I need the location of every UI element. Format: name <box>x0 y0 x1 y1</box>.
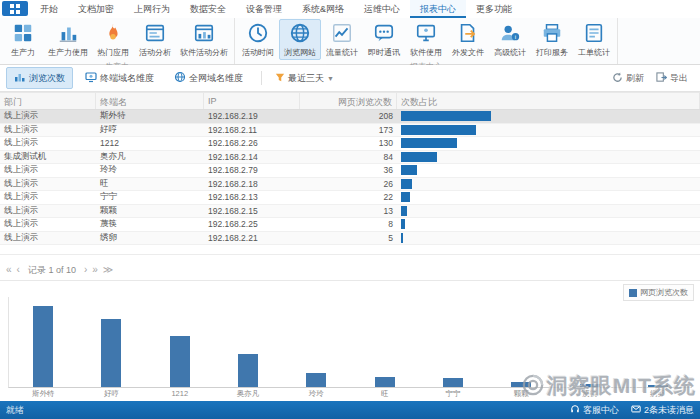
status-item-1[interactable]: 2条未读消息 <box>631 404 694 417</box>
column-header[interactable]: 部门 <box>0 93 96 109</box>
tab-5[interactable]: 系统&网络 <box>292 0 354 18</box>
ribbon-button-label: 生产力使用 <box>48 47 88 58</box>
tab-4[interactable]: 设备管理 <box>236 0 292 18</box>
ribbon-button[interactable]: 生产力 <box>2 19 44 60</box>
tab-6[interactable]: 运维中心 <box>354 0 410 18</box>
column-header[interactable]: 次数占比 <box>397 93 700 109</box>
cell-ip: 192.168.2.14 <box>204 152 300 162</box>
chart-bar <box>101 319 121 387</box>
count-ratio-bar <box>401 179 412 189</box>
status-item-0[interactable]: 客服中心 <box>570 404 619 417</box>
ribbon-button[interactable]: 生产力使用 <box>44 19 92 60</box>
ribbon-button[interactable]: 流量统计 <box>321 19 363 60</box>
prev-page-icon[interactable]: ‹ <box>17 265 20 275</box>
ribbon-button[interactable]: 软件活动分析 <box>176 19 232 60</box>
advanced-stats-icon: i <box>499 22 521 46</box>
ribbon-button-label: 外发文件 <box>452 47 484 58</box>
export-button[interactable]: 导出 <box>650 69 694 88</box>
status-bar-right: 客服中心2条未读消息 <box>570 404 694 417</box>
table-row[interactable]: 线上演示 绣卵 192.168.2.21 5 <box>0 232 700 246</box>
view-tab-2[interactable]: 全网域名维度 <box>166 67 251 89</box>
table-row[interactable]: 线上演示 颗颗 192.168.2.15 13 <box>0 205 700 219</box>
ribbon-button-label: 生产力 <box>11 47 35 58</box>
view-tab-label: 终端域名维度 <box>100 72 154 85</box>
svg-text:i: i <box>515 34 516 40</box>
ribbon-button[interactable]: 软件使用 <box>405 19 447 60</box>
app-menu-button[interactable] <box>2 1 28 16</box>
ribbon-button[interactable]: 工单统计 <box>573 19 615 60</box>
count-ratio-bar <box>401 206 407 216</box>
chart-x-label: 好哼 <box>104 387 119 399</box>
column-header[interactable]: 终端名 <box>96 93 204 109</box>
cell-count-ratio <box>397 233 700 243</box>
view-tab-label: 全网域名维度 <box>189 72 243 85</box>
chart-bar <box>306 373 326 387</box>
first-page-icon[interactable]: « <box>6 265 12 275</box>
cell-terminal-name: 奥亦凡 <box>96 151 204 163</box>
terminal-domain-icon <box>85 71 97 85</box>
cell-terminal-name: 绣卵 <box>96 232 204 244</box>
cell-terminal-name: 宁宁 <box>96 191 204 203</box>
outgoing-files-icon <box>457 22 479 46</box>
count-ratio-bar <box>401 233 403 243</box>
cell-count-ratio <box>397 179 700 189</box>
table-row[interactable]: 集成测试机 奥亦凡 192.168.2.14 84 <box>0 151 700 165</box>
table-row[interactable]: 线上演示 好哼 192.168.2.11 173 <box>0 124 700 138</box>
app-window: 开始文档加密上网行为数据安全设备管理系统&网络运维中心报表中心更多功能 生产力生… <box>0 0 700 419</box>
table-row[interactable]: 线上演示 玲玲 192.168.2.79 36 <box>0 164 700 178</box>
tab-3[interactable]: 数据安全 <box>180 0 236 18</box>
ribbon-button[interactable]: 打印服务 <box>531 19 573 60</box>
refresh-button[interactable]: 刷新 <box>606 69 650 88</box>
cell-browse-count: 22 <box>300 192 397 202</box>
chart-slot: 斯外特 <box>9 297 77 387</box>
status-item-label: 2条未读消息 <box>644 404 694 417</box>
cell-count-ratio <box>397 138 700 148</box>
cell-department: 线上演示 <box>0 164 96 176</box>
refresh-icon <box>612 72 623 85</box>
tab-7[interactable]: 报表中心 <box>410 0 466 18</box>
ribbon-button[interactable]: 浏览网站 <box>279 19 321 60</box>
ribbon-button-label: 活动时间 <box>242 47 274 58</box>
cell-ip: 192.168.2.21 <box>204 233 300 243</box>
tab-1[interactable]: 文档加密 <box>68 0 124 18</box>
view-tab-1[interactable]: 终端域名维度 <box>77 67 162 89</box>
column-header[interactable]: IP <box>204 93 300 109</box>
table-row[interactable]: 线上演示 宁宁 192.168.2.13 22 <box>0 191 700 205</box>
table-row[interactable]: 线上演示 蔑筷 192.168.2.25 8 <box>0 218 700 232</box>
ribbon-button[interactable]: 活动时间 <box>237 19 279 60</box>
cell-browse-count: 173 <box>300 125 397 135</box>
tab-8[interactable]: 更多功能 <box>466 0 522 18</box>
table-body: 线上演示 斯外特 192.168.2.19 208 线上演示 好哼 192.16… <box>0 110 700 245</box>
date-range-filter[interactable]: 最近三天 ▼ <box>268 69 341 88</box>
tab-2[interactable]: 上网行为 <box>124 0 180 18</box>
browse-count-table: 部门终端名IP网页浏览次数次数占比 线上演示 斯外特 192.168.2.19 … <box>0 92 700 245</box>
cell-terminal-name: 斯外特 <box>96 110 204 122</box>
column-header[interactable]: 网页浏览次数 <box>300 93 397 109</box>
record-navigator: « ‹ 记录 1 of 10 › » ≫ <box>0 260 700 280</box>
cell-department: 线上演示 <box>0 137 96 149</box>
ribbon-button[interactable]: 即时通讯 <box>363 19 405 60</box>
fast-forward-icon[interactable]: ≫ <box>103 265 113 275</box>
ribbon-button-label: 热门应用 <box>97 47 129 58</box>
table-row[interactable]: 线上演示 斯外特 192.168.2.19 208 <box>0 110 700 124</box>
ribbon-button[interactable]: 活动分析 <box>134 19 176 60</box>
view-tab-0[interactable]: 浏览次数 <box>6 67 73 89</box>
ribbon-button-label: 打印服务 <box>536 47 568 58</box>
ribbon-button[interactable]: 热门应用 <box>92 19 134 60</box>
horizontal-splitter[interactable] <box>0 252 700 257</box>
table-row[interactable]: 线上演示 1212 192.168.2.26 130 <box>0 137 700 151</box>
ribbon-button[interactable]: i高级统计 <box>489 19 531 60</box>
next-page-icon[interactable]: › <box>84 265 87 275</box>
cell-terminal-name: 1212 <box>96 138 204 148</box>
cell-department: 线上演示 <box>0 191 96 203</box>
tab-0[interactable]: 开始 <box>30 0 68 18</box>
ribbon-button-label: 活动分析 <box>139 47 171 58</box>
cell-department: 集成测试机 <box>0 151 96 163</box>
cell-ip: 192.168.2.19 <box>204 111 300 121</box>
ribbon-button[interactable]: 外发文件 <box>447 19 489 60</box>
table-row[interactable]: 线上演示 旺 192.168.2.18 26 <box>0 178 700 192</box>
cell-department: 线上演示 <box>0 110 96 122</box>
export-label: 导出 <box>670 72 688 85</box>
last-page-icon[interactable]: » <box>92 265 98 275</box>
cell-terminal-name: 好哼 <box>96 124 204 136</box>
